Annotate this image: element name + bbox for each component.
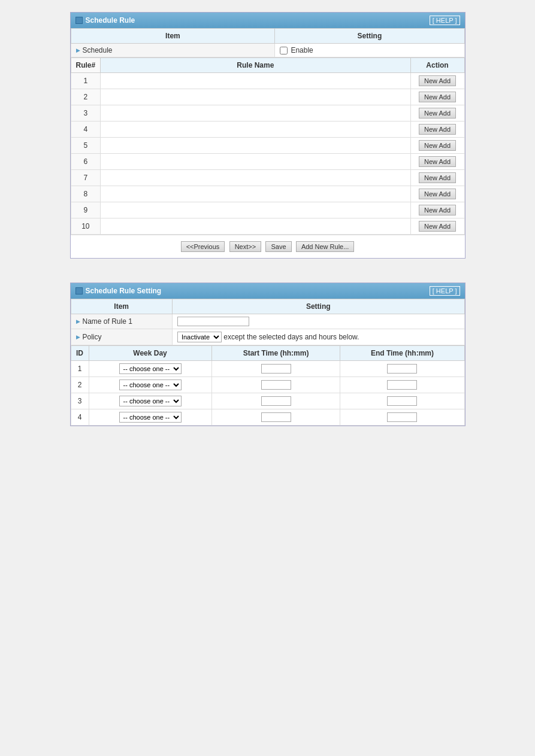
week-day-select-1[interactable]: -- choose one -- [119,363,182,374]
policy-row: Policy Inactivate except the selected da… [71,329,464,345]
schedule-label: Schedule [76,46,270,54]
rule-action-cell-9: New Add [410,202,464,218]
schedule-rule-panel: Schedule Rule [ HELP ] Item Setting Sche… [70,12,466,259]
rule-row-6: 6 New Add [71,154,464,170]
page-container: Schedule Rule [ HELP ] Item Setting Sche… [70,12,466,426]
new-add-button-2[interactable]: New Add [419,92,456,102]
schedule-id-2: 2 [71,377,89,393]
week-day-cell-2: -- choose one -- [89,377,211,393]
name-of-rule-input[interactable] [177,317,249,326]
enable-label: Enable [291,46,313,54]
col-start-time: Start Time (hh:mm) [211,346,340,361]
schedule-id-4: 4 [71,409,89,426]
rule-num-9: 9 [71,202,101,218]
policy-suffix: except the selected days and hours below… [223,333,359,341]
week-day-cell-3: -- choose one -- [89,393,211,409]
rule-name-cell-3 [101,105,410,122]
schedule-rule-setting-panel: Schedule Rule Setting [ HELP ] Item Sett… [70,283,466,426]
new-add-button-3[interactable]: New Add [419,108,456,119]
schedule-id-1: 1 [71,361,89,377]
schedule-detail-row-1: 1 -- choose one -- [71,361,464,377]
new-add-button-8[interactable]: New Add [419,189,456,199]
panel2-help-link[interactable]: [ HELP ] [430,286,460,296]
previous-button[interactable]: <<Previous [181,241,225,252]
rules-table: Rule# Rule Name Action 1 New Add 2 New A… [71,57,465,235]
start-time-input-2[interactable] [261,380,291,390]
rule-num-3: 3 [71,105,101,122]
rule-num-1: 1 [71,73,101,89]
rule-name-cell-9 [101,202,410,218]
new-add-button-1[interactable]: New Add [419,75,456,86]
rule-num-2: 2 [71,89,101,105]
new-add-button-9[interactable]: New Add [419,205,456,215]
panel2-main-table: Item Setting Name of Rule 1 Policy [71,299,465,345]
rule-row-7: 7 New Add [71,170,464,186]
rule-action-cell-6: New Add [410,154,464,170]
start-time-cell-3 [211,393,340,409]
start-time-input-3[interactable] [261,396,291,406]
save-button[interactable]: Save [265,241,291,252]
end-time-input-4[interactable] [387,412,417,422]
rule-row-3: 3 New Add [71,105,464,122]
rule-action-cell-8: New Add [410,186,464,202]
week-day-select-4[interactable]: -- choose one -- [119,412,182,423]
rule-name-cell-2 [101,89,410,105]
nav-row: <<Previous Next>> Save Add New Rule... [71,235,465,258]
rule-row-8: 8 New Add [71,186,464,202]
next-button[interactable]: Next>> [229,241,261,252]
panel1-title: Schedule Rule [86,16,135,25]
rule-action-cell-7: New Add [410,170,464,186]
rule-name-cell-4 [101,122,410,138]
col-rule-name: Rule Name [101,58,410,73]
new-add-button-10[interactable]: New Add [419,221,456,232]
week-day-select-2[interactable]: -- choose one -- [119,379,182,390]
panel2-col-item: Item [71,299,172,314]
new-add-button-7[interactable]: New Add [419,172,456,183]
rule-action-cell-5: New Add [410,138,464,154]
enable-checkbox[interactable] [280,47,288,54]
col-week-day: Week Day [89,346,211,361]
enable-checkbox-container: Enable [280,46,459,54]
start-time-input-1[interactable] [261,364,291,374]
new-add-button-6[interactable]: New Add [419,156,456,167]
rule-row-2: 2 New Add [71,89,464,105]
week-day-cell-1: -- choose one -- [89,361,211,377]
panel2-header: Schedule Rule Setting [ HELP ] [71,283,465,299]
rule-num-5: 5 [71,138,101,154]
schedule-label-cell: Schedule [71,44,275,57]
col-rule-num: Rule# [71,58,101,73]
col-action: Action [410,58,464,73]
rule-num-4: 4 [71,122,101,138]
panel1-col-item: Item [71,29,275,44]
policy-label-cell: Policy [71,329,172,345]
end-time-input-1[interactable] [387,364,417,374]
end-time-input-3[interactable] [387,396,417,406]
panel2-col-setting: Setting [172,299,464,314]
policy-label: Policy [76,333,167,341]
name-of-rule-row: Name of Rule 1 [71,314,464,329]
add-new-rule-button[interactable]: Add New Rule... [296,241,354,252]
name-of-rule-setting-cell [172,314,464,329]
panel1-main-table: Item Setting Schedule Enable [71,28,465,57]
rule-name-cell-10 [101,218,410,235]
rule-row-5: 5 New Add [71,138,464,154]
end-time-cell-2 [340,377,464,393]
rule-num-7: 7 [71,170,101,186]
new-add-button-4[interactable]: New Add [419,124,456,135]
rule-action-cell-4: New Add [410,122,464,138]
schedule-detail-row-2: 2 -- choose one -- [71,377,464,393]
schedule-details-table: ID Week Day Start Time (hh:mm) End Time … [71,345,465,426]
panel1-help-link[interactable]: [ HELP ] [430,16,460,25]
schedule-detail-row-4: 4 -- choose one -- [71,409,464,426]
panel1-header-left: Schedule Rule [75,16,135,25]
rule-num-8: 8 [71,186,101,202]
week-day-select-3[interactable]: -- choose one -- [119,396,182,406]
policy-select[interactable]: Inactivate [177,332,222,342]
rule-num-10: 10 [71,218,101,235]
rule-action-cell-2: New Add [410,89,464,105]
start-time-input-4[interactable] [261,412,291,422]
panel2-title: Schedule Rule Setting [86,287,162,295]
end-time-input-2[interactable] [387,380,417,390]
new-add-button-5[interactable]: New Add [419,140,456,151]
policy-setting-cell: Inactivate except the selected days and … [172,329,464,345]
